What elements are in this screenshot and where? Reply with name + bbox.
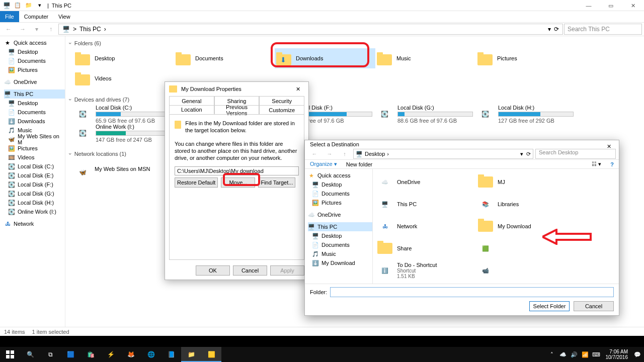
tab-location[interactable]: Location: [169, 105, 214, 114]
nav-drive-g[interactable]: 💽Local Disk (G:): [4, 189, 65, 198]
taskbar-app[interactable]: 🟨: [201, 347, 221, 362]
nav-up-button[interactable]: ↑: [44, 24, 57, 35]
tray-onedrive-icon[interactable]: ☁️: [558, 350, 568, 359]
breadcrumb-item[interactable]: This PC: [79, 26, 101, 33]
folder-pictures[interactable]: Pictures: [476, 48, 577, 68]
tab-general[interactable]: General: [169, 96, 214, 105]
dest-nav-this-pc[interactable]: 🖥️This PC: [308, 222, 372, 231]
find-target-button[interactable]: Find Target...: [258, 177, 295, 188]
tray-clock[interactable]: 7:06 AM10/7/2016: [606, 349, 628, 360]
dest-nav-pc-documents[interactable]: 📄Documents: [308, 240, 372, 249]
nav-forward-button[interactable]: →: [16, 24, 29, 35]
nav-recent-button[interactable]: ▾: [30, 24, 43, 35]
restore-default-button[interactable]: Restore Default: [175, 177, 218, 188]
address-bar[interactable]: 🖥️ > This PC › ▾ ⟳: [58, 24, 563, 35]
tab-computer[interactable]: Computer: [19, 11, 53, 22]
location-path-input[interactable]: [175, 166, 299, 175]
nav-pictures[interactable]: 🖼️Pictures: [4, 65, 65, 74]
qat-dropdown-icon[interactable]: ▾: [36, 2, 44, 10]
dest-nav-pictures[interactable]: 🖼️Pictures: [308, 198, 372, 207]
properties-close-button[interactable]: ✕: [287, 82, 308, 96]
dest-item-todo[interactable]: ℹ️To Do - ShortcutShortcut1.51 KB: [375, 259, 475, 282]
tray-notifications-icon[interactable]: 💬: [633, 350, 642, 359]
drive-c[interactable]: 💽 Local Disk (C:)65.9 GB free of 97.6 GB: [73, 105, 174, 124]
organize-menu[interactable]: Organize ▾: [310, 161, 337, 167]
tray-language-icon[interactable]: ⌨: [592, 350, 601, 359]
taskbar-winamp[interactable]: ⚡: [101, 347, 121, 362]
tray-chevron-up-icon[interactable]: ˄: [547, 350, 556, 359]
nav-drive-c[interactable]: 💽Local Disk (C:): [4, 162, 65, 171]
taskbar-search-button[interactable]: 🔍: [20, 347, 40, 362]
folder-name-input[interactable]: [330, 287, 614, 297]
cancel-button[interactable]: Cancel: [233, 265, 267, 276]
address-dropdown-icon[interactable]: ▾: [548, 26, 551, 33]
help-icon[interactable]: ?: [610, 161, 614, 167]
taskbar-explorer[interactable]: 📁: [181, 347, 201, 362]
destination-close-button[interactable]: ✕: [599, 140, 619, 152]
netloc-msn[interactable]: 🦋My Web Sites on MSN: [73, 159, 174, 179]
tab-view[interactable]: View: [53, 11, 75, 22]
drive-g[interactable]: 💽 Local Disk (G:)88.6 GB free of 97.6 GB: [375, 105, 476, 124]
dest-item-my-download[interactable]: My Download: [475, 215, 576, 237]
dest-nav-pc-mydownload[interactable]: ⬇️My Download: [308, 258, 372, 267]
destination-address-bar[interactable]: 🖥️ Desktop› ▾⟳: [353, 149, 533, 159]
qat-properties-icon[interactable]: 📋: [14, 2, 22, 10]
tab-file[interactable]: File: [0, 11, 19, 22]
taskbar-chrome[interactable]: 🌐: [141, 347, 161, 362]
dest-item-network[interactable]: 🖧Network: [375, 215, 475, 237]
nav-network[interactable]: 🖧Network: [4, 219, 65, 228]
minimize-button[interactable]: —: [578, 0, 600, 11]
close-button[interactable]: ✕: [622, 0, 644, 11]
dest-item-share[interactable]: Share: [375, 237, 475, 259]
maximize-button[interactable]: ▭: [600, 0, 622, 11]
nav-onedrive[interactable]: ☁️OneDrive: [4, 77, 65, 86]
nav-this-pc[interactable]: 🖥️This PC: [4, 89, 65, 99]
dest-nav-onedrive[interactable]: ☁️OneDrive: [308, 210, 372, 219]
start-button[interactable]: [0, 347, 20, 362]
drive-i[interactable]: 💽 Online Work (I:)147 GB free of 247 GB: [73, 124, 174, 143]
qat-newfolder-icon[interactable]: 📁: [25, 2, 33, 10]
dest-nav-pc-desktop[interactable]: 🖥️Desktop: [308, 231, 372, 240]
dest-item-this-pc[interactable]: 🖥️This PC: [375, 193, 475, 215]
tray-network-icon[interactable]: 📶: [581, 350, 590, 359]
tab-previous[interactable]: Previous Versions: [214, 105, 260, 114]
dest-item-camera[interactable]: 📹: [475, 259, 576, 282]
move-button[interactable]: Move...: [221, 177, 255, 188]
nav-quick-access[interactable]: ★Quick access: [4, 38, 65, 47]
tab-security[interactable]: Security: [259, 96, 304, 105]
taskbar-firefox[interactable]: 🦊: [121, 347, 141, 362]
dest-nav-quick-access[interactable]: ★Quick access: [308, 171, 372, 180]
dest-nav-pc-music[interactable]: 🎵Music: [308, 249, 372, 258]
destination-cancel-button[interactable]: Cancel: [574, 301, 614, 311]
folder-videos[interactable]: Videos: [73, 68, 174, 88]
tab-customize[interactable]: Customize: [259, 105, 304, 114]
dest-item-libraries[interactable]: 📚Libraries: [475, 193, 576, 215]
nav-pc-documents[interactable]: 📄Documents: [4, 108, 65, 117]
nav-pc-desktop[interactable]: 🖥️Desktop: [4, 99, 65, 108]
nav-forward-button[interactable]: →: [323, 148, 336, 159]
nav-documents[interactable]: 📄Documents: [4, 56, 65, 65]
dest-item-onedrive[interactable]: ☁️OneDrive: [375, 171, 475, 193]
select-folder-button[interactable]: Select Folder: [529, 301, 570, 311]
folder-downloads[interactable]: ⬇Downloads: [275, 48, 375, 68]
dest-item-unknown[interactable]: 🟩: [475, 237, 576, 259]
section-folders-header[interactable]: Folders (6): [69, 40, 640, 46]
nav-pc-videos[interactable]: 🎞️Videos: [4, 153, 65, 162]
new-folder-button[interactable]: New folder: [346, 161, 373, 167]
nav-desktop[interactable]: 🖥️Desktop: [4, 47, 65, 56]
taskbar-store[interactable]: 🛍️: [80, 347, 101, 362]
folder-documents[interactable]: Documents: [174, 48, 275, 68]
apply-button[interactable]: Apply: [270, 265, 304, 276]
nav-drive-i[interactable]: 💽Online Work (I:): [4, 207, 65, 216]
dest-nav-documents[interactable]: 📄Documents: [308, 189, 372, 198]
refresh-icon[interactable]: ⟳: [554, 26, 559, 33]
taskbar-edge[interactable]: 🟦: [60, 347, 80, 362]
breadcrumb-item[interactable]: Desktop: [365, 151, 385, 157]
folder-music[interactable]: Music: [375, 48, 476, 68]
dest-nav-desktop[interactable]: 🖥️Desktop: [308, 180, 372, 189]
nav-drive-f[interactable]: 💽Local Disk (F:): [4, 180, 65, 189]
nav-pc-websites[interactable]: 🦋My Web Sites on M: [4, 135, 65, 144]
tray-volume-icon[interactable]: 🔊: [570, 350, 579, 359]
nav-back-button[interactable]: ←: [2, 24, 15, 35]
ok-button[interactable]: OK: [196, 265, 230, 276]
